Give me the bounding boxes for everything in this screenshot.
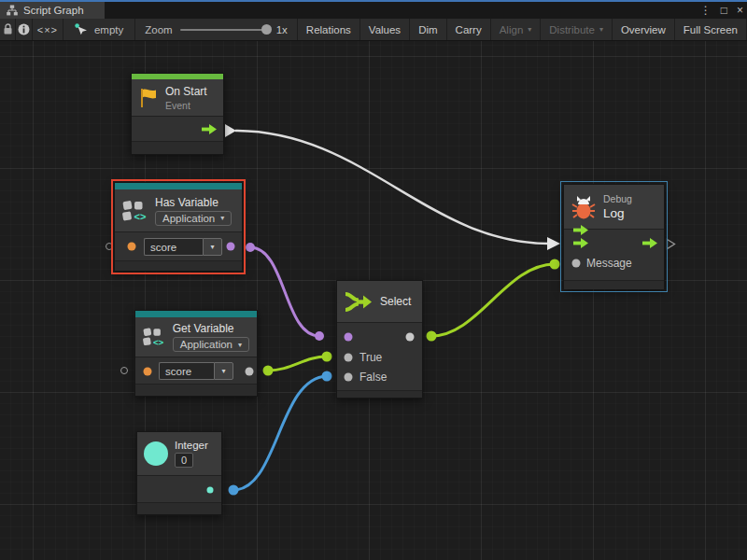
fullscreen-button[interactable]: Full Screen	[675, 19, 747, 40]
script-graph-window: Script Graph ⋮ □ × <×>	[0, 0, 747, 560]
button-label: Relations	[306, 24, 351, 35]
name-input-port[interactable]	[144, 367, 152, 375]
relations-button[interactable]: Relations	[298, 19, 360, 40]
variables-icon: <>	[122, 200, 148, 222]
graph-canvas[interactable]: On Start Event <>	[0, 41, 747, 560]
values-button[interactable]: Values	[360, 19, 410, 40]
node-select[interactable]: Select True False	[336, 280, 423, 399]
wire-endpoint	[315, 331, 324, 341]
zoom-control: Zoom 1x	[135, 19, 298, 40]
button-label: Dim	[418, 24, 437, 35]
graph-pointer-icon	[75, 23, 89, 35]
name-input-port[interactable]	[128, 243, 136, 251]
wire-endpoint	[322, 352, 332, 362]
graph-tab-icon	[7, 5, 18, 16]
info-icon	[18, 23, 30, 35]
variable-color-bar	[135, 311, 257, 317]
lock-icon	[3, 23, 13, 35]
svg-text:<>: <>	[153, 337, 164, 347]
node-title: Select	[380, 295, 411, 308]
wire-select-to-log-message[interactable]	[431, 264, 555, 336]
chevron-down-icon: ▾	[599, 25, 603, 34]
align-button[interactable]: Align▾	[491, 19, 542, 40]
getvariable-unconnected-input-port[interactable]	[120, 367, 128, 374]
integer-value-field[interactable]: 0	[175, 453, 193, 468]
node-integer[interactable]: Integer 0	[136, 431, 222, 515]
button-label: Overview	[621, 24, 666, 35]
variable-scope-dropdown[interactable]: Application ▾	[155, 211, 232, 226]
condition-input-port[interactable]	[345, 333, 353, 342]
log-unconnected-flow-output[interactable]	[666, 238, 676, 250]
node-has-variable[interactable]: <> Has Variable Application ▾ score ▾	[114, 182, 243, 272]
carry-button[interactable]: Carry	[447, 19, 491, 40]
node-title: On Start	[165, 85, 207, 98]
true-port-label: True	[359, 351, 382, 364]
flow-input-port[interactable]	[573, 225, 588, 235]
chevron-down-icon: ▾	[221, 367, 225, 375]
node-footer	[115, 261, 242, 271]
message-port-label: Message	[586, 257, 632, 270]
button-label: Carry	[456, 24, 482, 35]
node-footer	[135, 385, 257, 396]
wire-hasvariable-to-select[interactable]	[250, 247, 319, 336]
variable-name-dropdown-button[interactable]: ▾	[214, 362, 233, 380]
flow-output-port[interactable]	[202, 124, 217, 134]
variable-name-field[interactable]: score ▾	[144, 238, 222, 256]
value-output-port[interactable]	[246, 367, 254, 375]
tab-script-graph[interactable]: Script Graph	[0, 2, 105, 19]
tab-title: Script Graph	[23, 5, 84, 16]
wire-endpoint	[263, 366, 274, 376]
button-label: Full Screen	[684, 24, 738, 35]
node-on-start[interactable]: On Start Event	[131, 73, 224, 155]
variable-name-dropdown-button[interactable]: ▾	[203, 238, 222, 256]
flow-input-port[interactable]	[573, 238, 588, 248]
wire-endpoint	[229, 485, 239, 496]
integer-output-port[interactable]	[207, 486, 214, 493]
chevron-down-icon: ▾	[210, 243, 214, 251]
scope-label: Application	[180, 339, 233, 350]
variable-name-value[interactable]: score	[159, 362, 214, 380]
dim-button[interactable]: Dim	[410, 19, 446, 40]
selection-indicator: empty	[63, 19, 135, 40]
wire-onstart-to-log[interactable]	[235, 131, 549, 244]
zoom-slider[interactable]	[180, 29, 269, 31]
selection-output-port[interactable]	[406, 333, 415, 342]
node-footer	[337, 391, 422, 398]
lock-button[interactable]	[0, 19, 16, 40]
overview-button[interactable]: Overview	[613, 19, 675, 40]
wire-getvariable-to-select-true[interactable]	[268, 357, 327, 371]
zoom-label: Zoom	[145, 24, 172, 35]
variable-scope-dropdown[interactable]: Application ▾	[173, 337, 249, 352]
true-input-port[interactable]	[345, 353, 353, 361]
wire-endpoint	[427, 331, 437, 342]
maximize-button[interactable]: □	[721, 2, 727, 19]
chevron-down-icon: ▾	[220, 214, 224, 222]
node-footer	[132, 142, 223, 154]
code-preview-button[interactable]: <×>	[33, 19, 63, 40]
variable-name-value[interactable]: score	[144, 238, 203, 256]
chevron-down-icon: ▾	[238, 341, 242, 349]
distribute-button[interactable]: Distribute▾	[541, 19, 613, 40]
svg-text:<>: <>	[134, 211, 147, 222]
node-title: Has Variable	[155, 196, 232, 209]
node-debug-log[interactable]: Debug Log Message	[563, 184, 665, 289]
flag-icon	[139, 88, 158, 108]
hasvariable-unconnected-input-port[interactable]	[106, 243, 113, 250]
button-label: Align	[500, 24, 524, 35]
variables-icon: <>	[143, 326, 165, 348]
zoom-slider-knob[interactable]	[261, 24, 272, 35]
node-category: Debug	[603, 193, 632, 204]
flow-output-port[interactable]	[642, 238, 657, 248]
message-input-port[interactable]	[572, 259, 581, 268]
node-get-variable[interactable]: <> Get Variable Application ▾ score ▾	[134, 310, 258, 397]
variable-color-bar	[115, 183, 242, 189]
info-button[interactable]	[16, 19, 32, 40]
close-button[interactable]: ×	[737, 2, 743, 19]
scope-label: Application	[162, 213, 215, 224]
window-menu-button[interactable]: ⋮	[700, 2, 712, 19]
bug-icon	[571, 195, 596, 219]
variable-name-field[interactable]: score ▾	[159, 362, 233, 380]
bool-output-port[interactable]	[227, 243, 235, 251]
graph-toolbar: <×> empty Zoom 1x Relations Values Dim C…	[0, 19, 747, 41]
false-input-port[interactable]	[345, 373, 353, 382]
